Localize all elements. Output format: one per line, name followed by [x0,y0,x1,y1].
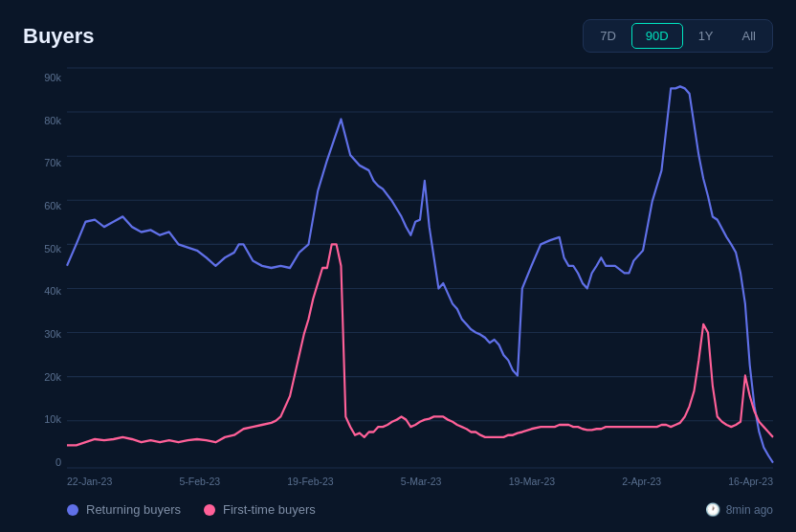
y-label-40k: 40k [23,285,67,297]
x-label-mar19: 19-Mar-23 [509,476,555,487]
legend-first-time-buyers: First-time buyers [204,502,316,517]
y-label-90k: 90k [23,72,67,83]
time-btn-90d[interactable]: 90D [631,23,683,49]
y-label-80k: 80k [23,115,67,126]
x-label-feb19: 19-Feb-23 [287,476,333,487]
legend-dot-blue [67,504,78,516]
y-label-20k: 20k [23,371,67,383]
timestamp: 🕐 8min ago [705,502,773,517]
y-axis: 90k 80k 70k 60k 50k 40k 30k 20k 10k 0 [23,68,67,495]
time-btn-all[interactable]: All [729,23,769,49]
first-time-buyers-line [67,244,773,445]
time-btn-7d[interactable]: 7D [586,23,630,49]
legend-label-returning: Returning buyers [86,502,181,517]
chart-wrapper: 22-Jan-23 5-Feb-23 19-Feb-23 5-Mar-23 19… [67,68,773,495]
x-label-apr16: 16-Apr-23 [728,476,773,487]
legend-returning-buyers: Returning buyers [67,502,181,517]
clock-icon: 🕐 [705,502,720,517]
x-axis: 22-Jan-23 5-Feb-23 19-Feb-23 5-Mar-23 19… [67,472,773,499]
chart-svg [67,68,773,468]
legend-dot-pink [204,504,215,516]
legend-label-first-time: First-time buyers [223,502,316,517]
y-label-50k: 50k [23,243,67,255]
y-label-0: 0 [23,456,67,468]
time-btn-1y[interactable]: 1Y [685,23,727,49]
y-label-70k: 70k [23,157,67,168]
x-label-apr2: 2-Apr-23 [622,476,661,487]
x-label-jan22: 22-Jan-23 [67,476,112,487]
x-label-mar5: 5-Mar-23 [401,476,442,487]
time-period-selector: 7D 90D 1Y All [583,19,773,53]
chart-area: 90k 80k 70k 60k 50k 40k 30k 20k 10k 0 [23,68,773,495]
x-label-feb5: 5-Feb-23 [179,476,220,487]
y-label-10k: 10k [23,413,67,425]
y-label-60k: 60k [23,200,67,211]
timestamp-label: 8min ago [726,503,773,517]
returning-buyers-line [67,86,773,462]
y-label-30k: 30k [23,328,67,340]
page-title: Buyers [23,24,95,49]
